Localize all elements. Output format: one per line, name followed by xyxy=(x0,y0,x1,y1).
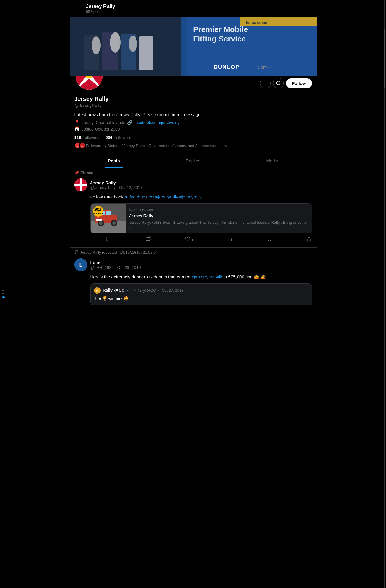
nested-tweet-date: Oct 27, 2019 xyxy=(162,288,183,293)
svg-text:L: L xyxy=(79,262,82,268)
tab-replies[interactable]: Replies xyxy=(153,153,233,168)
retweet-icon xyxy=(146,236,151,244)
followers-count: 936 xyxy=(106,135,112,140)
profile-tabs: Posts Replies Media xyxy=(74,153,312,168)
pinned-text: Pinned xyxy=(81,171,93,175)
username: @JerseyRally xyxy=(74,103,312,108)
nested-date: · xyxy=(158,288,159,293)
tweet-handle-date: @JerseyRally · Oct 12, 2017 xyxy=(90,185,143,190)
following-stat[interactable]: 118 Following xyxy=(74,135,100,140)
top-bar-account-name: Jersey Rally xyxy=(86,4,115,9)
repost-header-row: Jersey Rally reposted · 19/10/29(Tu) 21:… xyxy=(70,248,317,255)
svg-point-13 xyxy=(92,36,101,54)
tweet-author-info: Jersey Rally @JerseyRally · Oct 12, 2017 xyxy=(90,180,143,190)
nested-tweet-body: The 🏆 winners 🤩 xyxy=(94,295,308,302)
tweet-card-image: 2018winner xyxy=(91,204,126,233)
pin-icon: 📌 xyxy=(74,171,79,175)
tab-media[interactable]: Media xyxy=(233,153,312,168)
tweet-card[interactable]: 2018winner facebook.com Jersey Rally Jer… xyxy=(90,203,312,233)
hashtag[interactable]: #jerseyrally xyxy=(179,194,202,199)
verified-badge: ✓ xyxy=(127,287,130,293)
tab-posts[interactable]: Posts xyxy=(74,153,153,168)
search-profile-button[interactable] xyxy=(273,78,284,88)
tweet-item-pinned: Jersey Rally @JerseyRally · Oct 12, 2017… xyxy=(70,175,317,248)
quoted-tweet: R RallyRACC ✓ @RallyRACC · Oct 27, 2019 … xyxy=(90,283,312,305)
repost-icon xyxy=(74,250,78,255)
tweet-actions: 1 xyxy=(106,236,312,244)
share-icon xyxy=(306,236,312,244)
banner-svg: Premier Mobile Fitting Service let us co… xyxy=(70,17,317,76)
tweet-body: Follow Facebook m.facebook.com/jerseyral… xyxy=(90,194,312,244)
svg-line-28 xyxy=(279,84,280,85)
follow-stats: 118 Following 936 Followers xyxy=(74,135,312,140)
svg-text:let us come: let us come xyxy=(246,20,267,25)
top-bar-text: Jersey Rally 958 posts xyxy=(86,4,115,14)
mention-link[interactable]: @thierryneuville xyxy=(192,274,223,279)
bio: Latest news from the Jersey Rally. Pleas… xyxy=(74,111,312,118)
tweet-avatar xyxy=(74,178,87,191)
top-bar-post-count: 958 posts xyxy=(86,9,115,14)
location-icon: 📍 xyxy=(74,120,80,125)
comment-icon xyxy=(106,236,111,244)
top-bar: ← Jersey Rally 958 posts xyxy=(70,0,317,17)
pinned-indicator: 📌 Pinned xyxy=(70,168,317,175)
profile-section: ··· Follow Jersey Rally @JerseyRally Lat… xyxy=(70,61,317,168)
tweet-handle-date-2: @LEH_1989 · Oct 28, 2019 xyxy=(90,265,141,270)
svg-rect-12 xyxy=(139,36,153,70)
follower-avatars: SJ GJ xyxy=(74,142,84,149)
nested-avatar: R xyxy=(94,287,101,294)
tweet-author-row-2: L Luke @LEH_1989 · Oct 28, 2019 xyxy=(74,258,141,271)
following-label: Following xyxy=(82,135,100,140)
tweet-more-button-2[interactable]: ··· xyxy=(303,258,312,267)
nested-handle: @RallyRACC xyxy=(133,288,156,293)
link-icon: 🔗 xyxy=(127,120,133,125)
join-date-row: 📅 Joined October 2009 xyxy=(74,126,312,132)
back-button[interactable]: ← xyxy=(74,5,80,12)
followed-by-text: Followed by States of Jersey Police, Gov… xyxy=(86,143,227,148)
tweet-item-repost: L Luke @LEH_1989 · Oct 28, 2019 ··· Here… xyxy=(70,255,317,309)
tweet-header: Jersey Rally @JerseyRally · Oct 12, 2017… xyxy=(74,178,312,191)
calendar-icon: 📅 xyxy=(74,126,80,132)
analytics-icon xyxy=(228,236,233,244)
comment-button[interactable] xyxy=(106,236,111,244)
location-row: 📍 Jersey, Channel Islands 🔗 facebook.com… xyxy=(74,120,312,125)
tweet-more-button[interactable]: ··· xyxy=(303,178,312,187)
svg-point-47 xyxy=(112,221,116,225)
share-button[interactable] xyxy=(306,236,312,244)
svg-rect-43 xyxy=(106,211,111,215)
card-desc: Jersey Rally. 4,623 likes · 1 talking ab… xyxy=(129,220,308,230)
svg-text:DUNLOP: DUNLOP xyxy=(214,64,240,70)
feed: 📌 Pinned Jersey Rally @Jersey xyxy=(70,168,317,309)
follow-button[interactable]: Follow xyxy=(286,78,312,88)
car-sticker: 2018winner xyxy=(93,206,103,217)
nested-tweet-header: R RallyRACC ✓ @RallyRACC · Oct 27, 2019 xyxy=(94,287,308,294)
card-title: Jersey Rally xyxy=(129,213,308,219)
tweet-author-name-2: Luke xyxy=(90,260,141,265)
follower-avatar-2: GJ xyxy=(79,142,86,149)
tweet-body-2: Here's the extremely dangerous donuts th… xyxy=(90,274,312,305)
facebook-link[interactable]: m.facebook.com/jerseyrally xyxy=(125,194,178,199)
followed-by: SJ GJ Followed by States of Jersey Polic… xyxy=(74,142,312,149)
tweet-author-name: Jersey Rally xyxy=(90,180,143,185)
like-button[interactable]: 1 xyxy=(185,236,193,244)
following-count: 118 xyxy=(74,135,81,140)
more-options-button[interactable]: ··· xyxy=(260,78,271,88)
svg-text:R: R xyxy=(96,289,98,292)
profile-meta: 📍 Jersey, Channel Islands 🔗 facebook.com… xyxy=(74,120,312,132)
retweet-button[interactable] xyxy=(146,236,151,244)
bookmark-button[interactable] xyxy=(267,236,272,244)
tweet-card-info: facebook.com Jersey Rally Jersey Rally. … xyxy=(126,204,312,233)
followers-stat[interactable]: 936 Followers xyxy=(106,135,131,140)
svg-point-15 xyxy=(129,36,137,52)
svg-point-45 xyxy=(99,221,103,225)
svg-text:Conti-: Conti- xyxy=(258,65,269,70)
website-link[interactable]: facebook.com/jerseyrally xyxy=(134,120,180,125)
followers-label: Followers xyxy=(113,135,131,140)
profile-actions: ··· Follow xyxy=(260,78,312,91)
analytics-button[interactable] xyxy=(228,236,233,244)
display-name: Jersey Rally xyxy=(74,96,312,102)
repost-label: Jersey Rally reposted · 19/10/29(Tu) 21:… xyxy=(80,250,158,255)
svg-text:Premier Mobile: Premier Mobile xyxy=(193,25,248,34)
like-icon xyxy=(185,236,190,244)
nested-author-name: RallyRACC xyxy=(103,287,125,293)
